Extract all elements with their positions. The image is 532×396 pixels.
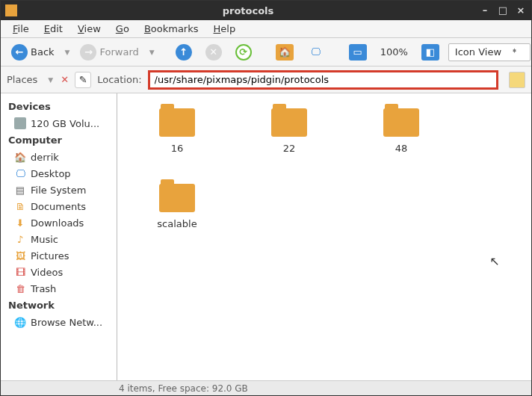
view-mode-label: Icon View — [455, 46, 501, 58]
folder-label: 48 — [371, 143, 431, 154]
desktop-icon: 🖵 — [14, 167, 26, 179]
disk-icon — [14, 117, 26, 129]
forward-button[interactable]: → Forward — [75, 42, 143, 63]
folder-22[interactable]: 22 — [259, 108, 319, 154]
drive-icon: ▤ — [14, 184, 26, 196]
sidebar-item-filesystem[interactable]: ▤ File System — [1, 182, 117, 198]
zoom-level: 100% — [376, 46, 412, 58]
reload-icon: ⟳ — [235, 44, 252, 61]
pictures-label: Pictures — [31, 250, 69, 262]
app-icon — [5, 4, 17, 16]
sidebar-item-videos[interactable]: 🎞 Videos — [1, 264, 117, 280]
sidebar-item-downloads[interactable]: ⬇ Downloads — [1, 214, 117, 231]
filesystem-label: File System — [31, 185, 86, 196]
back-history-dropdown[interactable]: ▼ — [64, 49, 72, 56]
back-label: Back — [31, 46, 55, 58]
close-button[interactable]: × — [515, 4, 527, 16]
places-close[interactable]: ✕ — [61, 74, 69, 85]
location-bar: Places ▼ ✕ ✎ Location: — [1, 66, 531, 93]
home-icon: 🏠 — [14, 151, 26, 163]
menu-help[interactable]: Help — [206, 22, 244, 36]
folder-label: 16 — [147, 143, 207, 154]
trash-icon: 🗑 — [14, 282, 26, 294]
menubar: File Edit View Go Bookmarks Help — [1, 20, 531, 38]
computer-button[interactable]: 🖵 — [303, 42, 330, 63]
places-label: Places — [7, 74, 40, 85]
home-label: derrik — [31, 152, 59, 163]
back-arrow-icon: ← — [11, 44, 28, 61]
sidebar-item-music[interactable]: ♪ Music — [1, 231, 117, 247]
folder-icon — [271, 108, 307, 137]
menu-bookmarks[interactable]: Bookmarks — [137, 22, 206, 36]
status-text: 4 items, Free space: 92.0 GB — [119, 383, 248, 394]
minimize-button[interactable]: – — [479, 4, 491, 16]
folder-icon — [159, 184, 195, 212]
folder-label: 22 — [259, 143, 319, 154]
sidebar-item-documents[interactable]: 🗎 Documents — [1, 198, 117, 214]
volume-label: 120 GB Volu... — [31, 118, 99, 129]
videos-label: Videos — [31, 267, 63, 278]
folder-label: scalable — [147, 218, 207, 229]
zoom-menu[interactable]: ◧ — [417, 42, 444, 63]
sidebar-item-pictures[interactable]: 🖼 Pictures — [1, 247, 117, 264]
forward-history-dropdown[interactable]: ▼ — [148, 49, 156, 56]
sidebar-item-network[interactable]: 🌐 Browse Netw... — [1, 314, 117, 330]
view-mode-select[interactable]: Icon View — [448, 43, 531, 61]
forward-label: Forward — [99, 46, 138, 58]
folder-icon — [159, 108, 195, 137]
places-dropdown[interactable]: ▼ — [46, 76, 55, 84]
file-manager-window: protocols – □ × File Edit View Go Bookma… — [0, 0, 532, 396]
up-button[interactable]: ↑ — [171, 42, 197, 63]
menu-view[interactable]: View — [70, 22, 108, 36]
back-button[interactable]: ← Back — [7, 42, 59, 63]
sidebar-item-desktop[interactable]: 🖵 Desktop — [1, 165, 117, 182]
sidebar-item-home[interactable]: 🏠 derrik — [1, 149, 117, 165]
maximize-button[interactable]: □ — [497, 4, 509, 16]
downloads-icon: ⬇ — [14, 217, 26, 229]
music-label: Music — [31, 234, 58, 245]
edit-location-button[interactable]: ✎ — [75, 72, 91, 88]
files-pane[interactable]: 16 22 48 scalable ↖ — [117, 93, 531, 380]
zoom-menu-icon: ◧ — [421, 44, 439, 61]
zoom-indicator[interactable]: ▭ — [344, 42, 371, 63]
home-button[interactable]: 🏠 — [271, 42, 298, 63]
devices-header: Devices — [1, 98, 117, 115]
pictures-icon: 🖼 — [14, 250, 26, 262]
zoom-icon: ▭ — [349, 44, 367, 61]
sidebar: Devices 120 GB Volu... Computer 🏠 derrik… — [1, 93, 117, 380]
sidebar-item-volume[interactable]: 120 GB Volu... — [1, 115, 117, 132]
network-header: Network — [1, 297, 117, 314]
menu-go[interactable]: Go — [108, 22, 137, 36]
documents-icon: 🗎 — [14, 200, 26, 212]
body: Devices 120 GB Volu... Computer 🏠 derrik… — [1, 93, 531, 380]
location-input[interactable] — [148, 70, 498, 90]
folder-48[interactable]: 48 — [371, 108, 431, 154]
videos-icon: 🎞 — [14, 266, 26, 278]
bookmark-button[interactable] — [509, 72, 525, 88]
forward-arrow-icon: → — [80, 44, 96, 61]
mouse-cursor: ↖ — [490, 254, 500, 268]
titlebar[interactable]: protocols – □ × — [1, 1, 531, 20]
folder-scalable[interactable]: scalable — [147, 184, 207, 229]
window-title: protocols — [23, 5, 473, 16]
downloads-label: Downloads — [31, 217, 84, 229]
reload-button[interactable]: ⟳ — [231, 42, 256, 63]
sidebar-item-trash[interactable]: 🗑 Trash — [1, 280, 117, 297]
menu-file[interactable]: File — [5, 22, 37, 36]
pencil-icon: ✎ — [79, 74, 87, 85]
menu-edit[interactable]: Edit — [37, 22, 70, 36]
folder-16[interactable]: 16 — [147, 108, 207, 154]
up-arrow-icon: ↑ — [176, 44, 192, 61]
icon-view: 16 22 48 scalable — [117, 93, 531, 244]
folder-icon — [383, 108, 419, 137]
computer-header: Computer — [1, 132, 117, 149]
stop-icon: ✕ — [205, 44, 222, 61]
trash-label: Trash — [31, 283, 56, 294]
stop-button[interactable]: ✕ — [201, 42, 226, 63]
monitor-icon: 🖵 — [307, 44, 325, 61]
home-icon: 🏠 — [276, 44, 294, 61]
location-label: Location: — [97, 74, 141, 85]
network-label: Browse Netw... — [31, 317, 102, 328]
statusbar: 4 items, Free space: 92.0 GB — [1, 380, 531, 395]
music-icon: ♪ — [14, 233, 26, 245]
